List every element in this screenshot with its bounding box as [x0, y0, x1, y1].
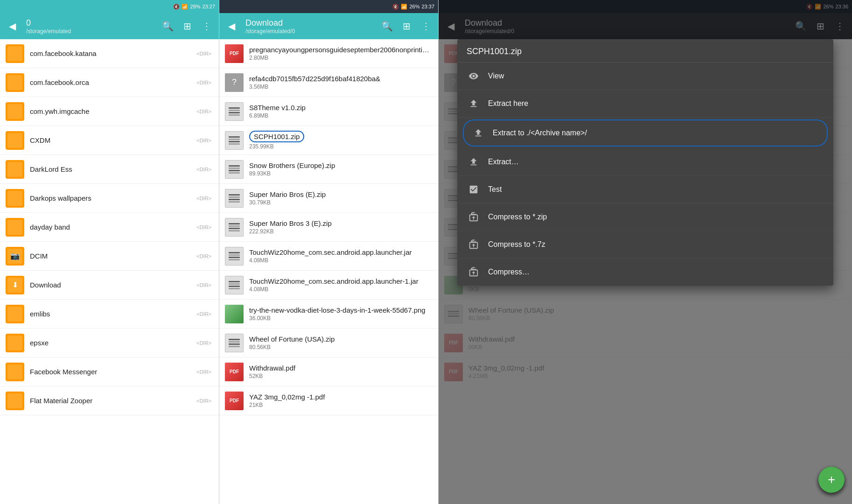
list-item[interactable]: try-the-new-vodka-diet-lose-3-days-in-1-… [219, 300, 438, 329]
dir-badge: <DIR> [196, 282, 211, 288]
file-info-scph: SCPH1001.zip 235.99KB [249, 131, 433, 150]
file-name: com.facebook.katana [30, 49, 193, 57]
mute-icon: 🔇 [173, 4, 180, 10]
list-item[interactable]: ? refa4cdb7015fb57d225d9f16baf41820ba& 3… [219, 68, 438, 97]
file-size: 6.89MB [249, 112, 433, 119]
dir-badge: <DIR> [196, 340, 211, 346]
back-button-mid[interactable]: ◀ [223, 18, 240, 35]
context-menu-item-extract-to[interactable]: Extract to ./<Archive name>/ [463, 119, 828, 147]
more-button-mid[interactable]: ⋮ [418, 18, 434, 35]
battery-left: 29% [190, 4, 200, 9]
file-name: epsxe [30, 339, 193, 347]
toolbar-mid: ◀ Download /storage/emulated/0 🔍 ⊞ ⋮ [219, 13, 438, 39]
file-name: TouchWiz20home_com.sec.android.app.launc… [249, 248, 433, 256]
context-menu-item-test[interactable]: Test [457, 176, 833, 203]
zip-icon [225, 189, 244, 208]
compress-zip-label: Compress to *.zip [488, 213, 547, 221]
file-list-left: com.facebook.katana <DIR> com.facebook.o… [0, 39, 219, 504]
list-item[interactable]: DarkLord Ess <DIR> [0, 155, 219, 184]
list-item[interactable]: Flat Material Zooper <DIR> [0, 386, 219, 415]
img-thumb [225, 305, 244, 323]
context-menu-item-compress-zip[interactable]: Compress to *.zip [457, 203, 833, 231]
file-name-scph: SCPH1001.zip [249, 131, 433, 142]
list-item[interactable]: Snow Brothers (Europe).zip 89.93KB [219, 155, 438, 184]
search-button-mid[interactable]: 🔍 [378, 18, 395, 35]
file-name: emlibs [30, 310, 193, 318]
list-item[interactable]: com.facebook.katana <DIR> [0, 39, 219, 68]
file-info: epsxe [30, 339, 193, 347]
search-button-left[interactable]: 🔍 [159, 18, 176, 35]
file-name: Wheel of Fortune (USA).zip [249, 335, 433, 343]
file-info: com.facebook.orca [30, 78, 193, 86]
file-name: refa4cdb7015fb57d225d9f16baf41820ba& [249, 75, 433, 83]
file-size: 4.08MB [249, 286, 433, 293]
list-item[interactable]: S8Theme v1.0.zip 6.89MB [219, 97, 438, 126]
list-item[interactable]: Super Mario Bros (E).zip 30.79KB [219, 184, 438, 213]
dir-badge: <DIR> [196, 80, 211, 85]
toolbar-left: ◀ 0 /storage/emulated 🔍 ⊞ ⋮ [0, 13, 219, 39]
folder-icon [6, 73, 24, 92]
list-item[interactable]: Facebook Messenger <DIR> [0, 357, 219, 386]
file-name: dayday band [30, 223, 193, 231]
file-name: Darkops wallpapers [30, 194, 193, 202]
list-item[interactable]: PDF pregnancyayoungpersonsguideseptember… [219, 39, 438, 68]
pdf-icon: PDF [225, 44, 244, 63]
grid-icon-mid: ⊞ [403, 21, 411, 32]
context-menu-item-compress-dots[interactable]: Compress… [457, 259, 833, 286]
list-item[interactable]: Wheel of Fortune (USA).zip 80.56KB [219, 329, 438, 357]
more-button-left[interactable]: ⋮ [198, 18, 215, 35]
list-item[interactable]: dayday band <DIR> [0, 213, 219, 242]
folder-icon [6, 44, 24, 63]
file-info: DarkLord Ess [30, 165, 193, 173]
list-item[interactable]: TouchWiz20home_com.sec.android.app.launc… [219, 242, 438, 271]
list-item[interactable]: ⬇ Download <DIR> [0, 271, 219, 300]
file-info: pregnancyayoungpersonsguideseptember2006… [249, 46, 433, 61]
list-item[interactable]: TouchWiz20home_com.sec.android.app.launc… [219, 271, 438, 300]
file-size: 222.92KB [249, 228, 433, 235]
file-name: TouchWiz20home_com.sec.android.app.launc… [249, 277, 433, 285]
file-info: Super Mario Bros (E).zip 30.79KB [249, 190, 433, 206]
list-item[interactable]: com.facebook.orca <DIR> [0, 68, 219, 97]
list-item-scph[interactable]: SCPH1001.zip 235.99KB [219, 126, 438, 155]
file-name: Download [30, 281, 193, 289]
file-size: 21KB [249, 402, 433, 408]
grid-button-left[interactable]: ⊞ [179, 18, 196, 35]
status-bar-left: 🔇 📶 29% 23:27 [0, 0, 219, 13]
pdf-icon: PDF [225, 392, 244, 410]
dir-badge: <DIR> [196, 224, 211, 230]
list-item[interactable]: epsxe <DIR> [0, 329, 219, 357]
context-menu-item-compress-7z[interactable]: Compress to *.7z [457, 231, 833, 259]
extract-to-icon [471, 126, 485, 140]
back-button-left[interactable]: ◀ [4, 18, 21, 35]
list-item[interactable]: emlibs <DIR> [0, 300, 219, 329]
folder-icon [6, 305, 24, 323]
toolbar-title-left: 0 /storage/emulated [26, 18, 156, 35]
list-item[interactable]: 📷 DCIM <DIR> [0, 242, 219, 271]
context-menu-item-extract-dots[interactable]: Extract… [457, 148, 833, 176]
file-name: Snow Brothers (Europe).zip [249, 161, 433, 169]
time-mid: 23:37 [421, 4, 434, 9]
context-menu-item-view[interactable]: View [457, 63, 833, 90]
list-item[interactable]: PDF YAZ 3mg_0,02mg -1.pdf 21KB [219, 386, 438, 415]
list-item[interactable]: PDF Withdrawal.pdf 52KB [219, 357, 438, 386]
extract-here-label: Extract here [488, 99, 528, 108]
unknown-icon: ? [225, 73, 244, 92]
list-item[interactable]: CXDM <DIR> [0, 126, 219, 155]
file-name: Withdrawal.pdf [249, 364, 433, 372]
dir-badge: <DIR> [196, 109, 211, 114]
list-item[interactable]: com.ywh.imgcache <DIR> [0, 97, 219, 126]
title-mid: Download [245, 18, 376, 28]
dir-badge: <DIR> [196, 196, 211, 201]
file-name: Super Mario Bros 3 (E).zip [249, 219, 433, 227]
context-menu-overlay: SCPH1001.zip View Extract here [439, 0, 852, 504]
grid-button-mid[interactable]: ⊞ [398, 18, 415, 35]
folder-icon [6, 218, 24, 237]
file-size: 3.56MB [249, 84, 433, 90]
list-item[interactable]: Darkops wallpapers <DIR> [0, 184, 219, 213]
file-info: refa4cdb7015fb57d225d9f16baf41820ba& 3.5… [249, 75, 433, 90]
fab-right[interactable]: + [818, 467, 845, 493]
context-menu-item-extract-here[interactable]: Extract here [457, 90, 833, 118]
file-info: Flat Material Zooper [30, 397, 193, 405]
list-item[interactable]: Super Mario Bros 3 (E).zip 222.92KB [219, 213, 438, 242]
compress-7z-label: Compress to *.7z [488, 240, 545, 249]
